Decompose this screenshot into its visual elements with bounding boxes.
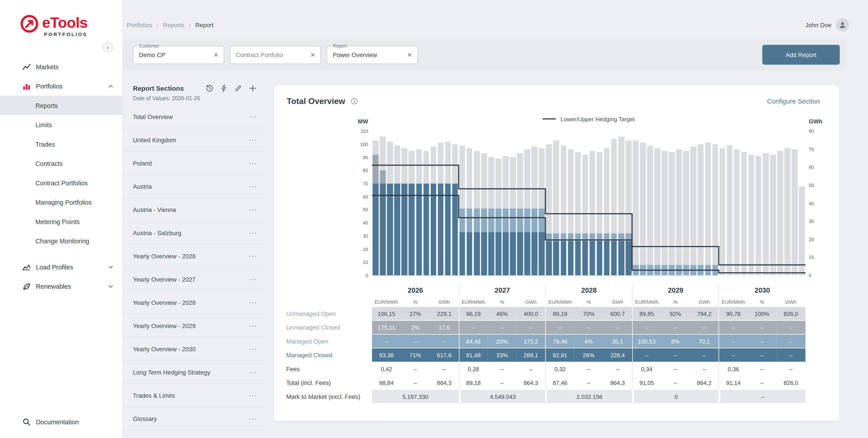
value-cell: 4% — [574, 335, 603, 348]
value-cell: 27% — [401, 307, 430, 320]
sidebar-item-managing-portfolios[interactable]: Managing Portfolios — [0, 193, 122, 212]
sidebar-item-renewables[interactable]: Renewables — [0, 276, 122, 296]
report-section-item[interactable]: Glossary⋯ — [123, 407, 265, 430]
mark-to-market-cell: 2.032.156 — [546, 390, 632, 403]
info-icon[interactable] — [350, 97, 358, 105]
add-icon[interactable] — [249, 84, 257, 93]
value-cell: – — [401, 376, 430, 389]
edit-icon[interactable] — [234, 84, 243, 93]
table-row: Fees0,42––0,28––0,32––0,34––0,36–– — [286, 362, 827, 376]
sidebar-item-label: Load Profiles — [36, 264, 73, 270]
value-cell: 864,2 — [690, 376, 718, 389]
report-section-item[interactable]: Trades & Limits⋯ — [123, 384, 265, 407]
row-menu-icon[interactable]: ⋯ — [249, 321, 257, 330]
table-year-header-row: 20262027202820292030 — [286, 284, 827, 297]
report-section-label: Yearly Overview - 2028 — [133, 299, 195, 305]
report-section-label: Yearly Overview - 2027 — [133, 276, 195, 282]
value-cell: – — [488, 362, 516, 376]
contract-portfolio-field[interactable]: Contract Portfolio ✕ — [230, 46, 321, 64]
row-menu-icon[interactable]: ⋯ — [249, 367, 257, 376]
sidebar-item-portfolios[interactable]: Portfolios — [0, 76, 122, 96]
value-cell: – — [748, 362, 776, 376]
add-report-button[interactable]: Add Report — [763, 45, 840, 65]
report-section-label: Long Term Hedging Strategy — [133, 369, 210, 375]
value-cell: 33% — [488, 348, 516, 362]
report-section-item[interactable]: Total Overview⋯ — [123, 105, 265, 128]
row-menu-icon[interactable]: ⋯ — [249, 158, 257, 167]
sidebar-item-reports[interactable]: Reports — [0, 96, 122, 115]
report-section-item[interactable]: Poland⋯ — [123, 151, 265, 175]
value-cell: – — [546, 321, 574, 334]
sidebar-item-contracts[interactable]: Contracts — [0, 154, 122, 173]
row-menu-icon[interactable]: ⋯ — [249, 414, 257, 423]
row-menu-icon[interactable]: ⋯ — [249, 298, 257, 307]
brand-name: eTools — [42, 14, 88, 31]
right-axis-tick-label: 20 — [809, 236, 825, 242]
row-menu-icon[interactable]: ⋯ — [249, 205, 257, 214]
report-section-item[interactable]: Yearly Overview - 2029⋯ — [123, 314, 265, 337]
report-field[interactable]: Report Power Overview ✕ — [327, 46, 418, 64]
table-row: Managed Closed93,3871%617,681,4833%289,1… — [286, 348, 827, 362]
customer-field[interactable]: Customer Demo CP ✕ — [133, 46, 224, 64]
value-cell: 826,0 — [777, 376, 805, 389]
report-section-item[interactable]: Yearly Overview - 2026⋯ — [123, 244, 265, 268]
row-menu-icon[interactable]: ⋯ — [249, 135, 257, 144]
clear-icon[interactable]: ✕ — [404, 46, 415, 64]
sidebar-item-markets[interactable]: Markets — [0, 57, 122, 76]
report-card: Total Overview Configure Section Lower/U… — [274, 86, 839, 421]
report-section-item[interactable]: Long Term Hedging Strategy⋯ — [123, 361, 265, 384]
value-cell: 175,11 — [372, 321, 401, 334]
row-menu-icon[interactable]: ⋯ — [249, 112, 257, 121]
value-cell: 81,48 — [459, 348, 487, 362]
row-label: Managed Open — [286, 335, 372, 348]
configure-section-link[interactable]: Configure Section — [767, 97, 820, 105]
left-axis-tick-label: 0 — [352, 273, 368, 278]
report-section-label: Yearly Overview - 2029 — [133, 322, 195, 329]
sidebar-collapse-button[interactable]: ‹ — [102, 42, 113, 53]
value-cell: – — [661, 348, 690, 362]
row-menu-icon[interactable]: ⋯ — [249, 274, 257, 283]
filter-panel: Customer Demo CP ✕ Contract Portfolio ✕ … — [123, 39, 847, 71]
subheader-cell: EUR/MWh — [372, 298, 401, 306]
report-section-item[interactable]: Yearly Overview - 2028⋯ — [123, 291, 265, 314]
value-cell: – — [430, 362, 459, 376]
left-axis-tick-label: 70 — [352, 181, 368, 186]
sidebar-item-documentation[interactable]: Documentation — [0, 412, 122, 432]
row-menu-icon[interactable]: ⋯ — [249, 391, 257, 400]
value-cell: 91,05 — [632, 376, 661, 389]
bar-chart-icon — [22, 81, 31, 91]
table-row: Total (incl. Fees)98,84–864,389,18–864,3… — [286, 376, 827, 389]
report-section-item[interactable]: Austria - Salzburg⋯ — [123, 221, 265, 244]
row-menu-icon[interactable]: ⋯ — [249, 251, 257, 260]
report-section-item[interactable]: Austria⋯ — [123, 175, 265, 198]
row-menu-icon[interactable]: ⋯ — [249, 228, 257, 237]
breadcrumb-item[interactable]: Reports — [163, 22, 184, 28]
value-cell: 87,46 — [546, 376, 574, 389]
value-cell: – — [748, 335, 776, 348]
subheader-cell: EUR/MWh — [546, 298, 574, 306]
report-section-item[interactable]: Yearly Overview - 2027⋯ — [123, 268, 265, 291]
chevron-up-icon — [108, 83, 114, 89]
report-section-label: United Kingdom — [133, 136, 176, 143]
value-cell: – — [574, 321, 603, 334]
trend-line-icon — [22, 62, 31, 71]
row-menu-icon[interactable]: ⋯ — [249, 181, 257, 191]
report-section-item[interactable]: Austria - Vienna⋯ — [123, 198, 265, 221]
report-section-item[interactable]: Yearly Overview - 2030⋯ — [123, 337, 265, 361]
right-axis-tick-label: 70 — [809, 146, 825, 152]
sidebar-item-trades[interactable]: Trades — [0, 134, 122, 154]
breadcrumb-item[interactable]: Portfolios — [127, 22, 152, 28]
row-menu-icon[interactable]: ⋯ — [249, 344, 257, 353]
sidebar-item-limits[interactable]: Limits — [0, 115, 122, 134]
sidebar-item-load-profiles[interactable]: Load Profiles — [0, 257, 122, 277]
clear-icon[interactable]: ✕ — [307, 46, 318, 64]
report-section-item[interactable]: United Kingdom⋯ — [123, 128, 265, 151]
user-avatar[interactable] — [836, 19, 849, 32]
clear-icon[interactable]: ✕ — [210, 46, 221, 64]
sidebar-item-metering-points[interactable]: Metering Points — [0, 212, 122, 231]
sidebar-item-label: Change Monitoring — [35, 238, 89, 244]
sidebar-item-contract-portfolios[interactable]: Contract Portfolios — [0, 173, 122, 193]
flash-icon[interactable] — [220, 84, 228, 93]
history-icon[interactable] — [206, 84, 214, 93]
sidebar-item-change-monitoring[interactable]: Change Monitoring — [0, 231, 122, 250]
